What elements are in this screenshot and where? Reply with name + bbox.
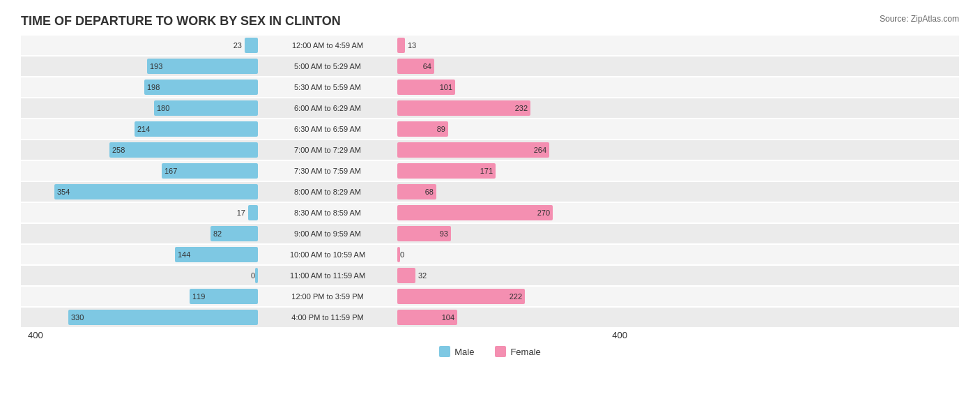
table-row: 1935:00 AM to 5:29 AM64 (21, 56, 959, 76)
female-bar: 270 (397, 205, 553, 220)
female-bar (397, 247, 400, 262)
time-label: 7:00 AM to 7:29 AM (258, 146, 397, 154)
female-value: 89 (437, 125, 445, 133)
female-value: 232 (515, 104, 528, 112)
male-bar: 214 (135, 121, 258, 137)
time-label: 4:00 PM to 11:59 PM (258, 313, 397, 322)
male-bar (248, 205, 258, 220)
female-bar: 232 (397, 100, 530, 116)
female-bar: 171 (397, 163, 496, 179)
male-value: 144 (178, 250, 190, 259)
axis-right: 400 (397, 330, 634, 340)
table-row: 14410:00 AM to 10:59 AM0 (21, 245, 959, 264)
male-bar: 330 (68, 310, 258, 325)
female-bar: 264 (397, 142, 549, 158)
female-value: 222 (510, 292, 522, 301)
time-label: 5:30 AM to 5:59 AM (258, 83, 397, 91)
female-bar: 93 (397, 226, 451, 241)
male-bar: 82 (210, 226, 258, 241)
time-label: 6:30 AM to 6:59 AM (258, 125, 397, 133)
female-bar: 89 (397, 121, 448, 137)
bottom-section: 400 400 (21, 330, 959, 340)
female-bar (397, 268, 415, 283)
male-value: 119 (192, 292, 205, 301)
time-label: 12:00 AM to 4:59 AM (258, 41, 397, 50)
chart-area: 2312:00 AM to 4:59 AM131935:00 AM to 5:2… (21, 36, 959, 327)
table-row: 1677:30 AM to 7:59 AM171 (21, 161, 959, 181)
table-row: 11912:00 PM to 3:59 PM222 (21, 287, 959, 306)
time-label: 11:00 AM to 11:59 AM (258, 271, 397, 280)
female-value: 93 (440, 229, 448, 238)
male-value: 198 (147, 83, 160, 91)
male-value: 258 (112, 146, 125, 154)
legend-female: Female (495, 346, 540, 357)
time-label: 8:00 AM to 8:29 AM (258, 188, 397, 196)
table-row: 2587:00 AM to 7:29 AM264 (21, 140, 959, 160)
male-value: 180 (157, 104, 169, 112)
legend-male-icon (439, 346, 450, 357)
female-bar (397, 38, 405, 53)
female-bar: 68 (397, 184, 436, 199)
axis-left: 400 (21, 330, 258, 340)
female-value: 104 (442, 313, 454, 322)
female-bar: 104 (397, 310, 457, 325)
table-row: 178:30 AM to 8:59 AM270 (21, 203, 959, 222)
time-label: 12:00 PM to 3:59 PM (258, 292, 397, 301)
table-row: 829:00 AM to 9:59 AM93 (21, 224, 959, 243)
female-value: 270 (537, 209, 550, 217)
male-bar: 167 (162, 163, 258, 179)
male-bar: 119 (190, 289, 258, 304)
male-bar: 193 (147, 59, 258, 74)
female-value: 171 (480, 167, 493, 175)
female-value: 64 (423, 62, 431, 70)
female-bar: 101 (397, 80, 455, 95)
legend-female-icon (495, 346, 506, 357)
male-value: 214 (137, 125, 150, 133)
axis-label-left: 400 (28, 330, 43, 340)
male-bar (245, 38, 258, 53)
legend-female-label: Female (510, 347, 540, 357)
chart-title: TIME OF DEPARTURE TO WORK BY SEX IN CLIN… (21, 14, 959, 29)
female-value: 264 (534, 146, 546, 154)
male-value: 17 (237, 209, 245, 217)
table-row: 011:00 AM to 11:59 AM32 (21, 266, 959, 285)
male-bar (255, 268, 258, 283)
male-value: 23 (233, 41, 242, 50)
table-row: 3304:00 PM to 11:59 PM104 (21, 308, 959, 327)
source-text: Source: ZipAtlas.com (880, 14, 959, 24)
table-row: 3548:00 AM to 8:29 AM68 (21, 182, 959, 202)
male-bar: 354 (54, 184, 258, 199)
chart-container: TIME OF DEPARTURE TO WORK BY SEX IN CLIN… (0, 0, 980, 415)
time-label: 8:30 AM to 8:59 AM (258, 209, 397, 217)
male-bar: 144 (175, 247, 258, 262)
male-value: 354 (57, 188, 70, 196)
male-value: 193 (150, 62, 162, 70)
axis-label-right: 400 (612, 330, 627, 340)
legend-male: Male (439, 346, 474, 357)
legend-male-label: Male (454, 347, 474, 357)
table-row: 2146:30 AM to 6:59 AM89 (21, 119, 959, 139)
table-row: 1985:30 AM to 5:59 AM101 (21, 77, 959, 97)
male-bar: 198 (144, 80, 258, 95)
time-label: 5:00 AM to 5:29 AM (258, 62, 397, 70)
female-bar: 222 (397, 289, 525, 304)
time-label: 10:00 AM to 10:59 AM (258, 250, 397, 259)
female-value: 101 (440, 83, 452, 91)
female-value: 32 (418, 271, 427, 280)
time-label: 6:00 AM to 6:29 AM (258, 104, 397, 112)
time-label: 9:00 AM to 9:59 AM (258, 229, 397, 238)
table-row: 1806:00 AM to 6:29 AM232 (21, 98, 959, 118)
female-bar: 64 (397, 59, 434, 74)
female-value: 13 (408, 41, 416, 50)
male-value: 167 (164, 167, 177, 175)
male-value: 330 (71, 313, 84, 322)
male-bar: 180 (154, 100, 258, 116)
legend: Male Female (183, 346, 797, 357)
female-value: 68 (425, 188, 434, 196)
table-row: 2312:00 AM to 4:59 AM13 (21, 36, 959, 55)
male-bar: 258 (109, 142, 258, 158)
female-value: 0 (400, 250, 404, 259)
male-value: 82 (213, 229, 222, 238)
time-label: 7:30 AM to 7:59 AM (258, 167, 397, 175)
